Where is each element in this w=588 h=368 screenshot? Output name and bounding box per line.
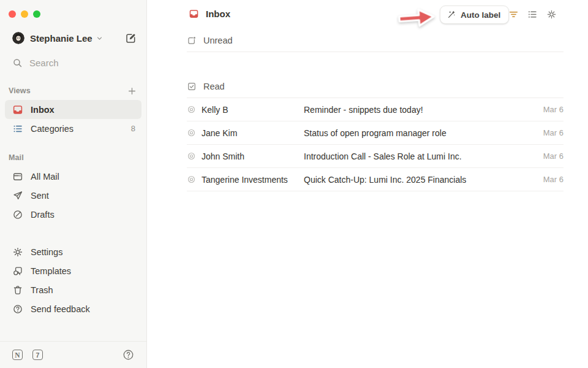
email-subject: Introduction Call - Sales Role at Lumi I…	[304, 151, 536, 161]
templates-icon	[12, 266, 23, 277]
email-date: Mar 6	[543, 175, 564, 184]
filter-button[interactable]	[508, 9, 519, 20]
list-view-icon	[527, 9, 538, 20]
email-date: Mar 6	[543, 151, 564, 161]
traffic-light-minimize[interactable]	[21, 10, 28, 18]
app-window: Stephanie Lee Search Views	[0, 0, 588, 368]
sidebar-item-settings[interactable]: Settings	[5, 242, 141, 261]
email-subject: Quick Catch-Up: Lumi Inc. 2025 Financial…	[304, 175, 536, 185]
list-view-button[interactable]	[527, 9, 538, 20]
group-label: Read	[203, 82, 225, 91]
window-controls	[0, 0, 146, 18]
group-spacer	[187, 52, 564, 75]
compose-icon	[125, 33, 137, 44]
email-sender: Jane Kim	[202, 128, 304, 138]
email-row[interactable]: John Smith Introduction Call - Sales Rol…	[187, 145, 564, 168]
search-icon	[12, 58, 23, 68]
email-subject: Status of open program manager role	[304, 128, 536, 138]
notion-logo-icon: N	[12, 350, 23, 360]
sidebar-item-inbox[interactable]: Inbox	[5, 100, 141, 119]
sidebar-item-label: Categories	[31, 124, 74, 134]
email-row[interactable]: Jane Kim Status of open program manager …	[187, 121, 564, 145]
email-date: Mar 6	[543, 105, 564, 114]
gear-icon	[546, 9, 557, 20]
read-checkbox-icon	[187, 82, 197, 91]
calendar-icon: 7	[32, 350, 43, 360]
sidebar-dock: N 7	[0, 341, 146, 368]
email-sender: John Smith	[202, 151, 304, 161]
help-circle-icon	[123, 349, 134, 361]
email-list: Unread Read Kelly B Reminder - snippets …	[187, 29, 564, 191]
sidebar-item-trash[interactable]: Trash	[5, 280, 141, 299]
sidebar-item-all-mail[interactable]: All Mail	[5, 167, 141, 186]
sidebar-item-categories[interactable]: Categories 8	[5, 119, 141, 138]
group-row-unread[interactable]: Unread	[187, 29, 564, 52]
annotation-arrow-right-icon	[396, 5, 439, 31]
sidebar-item-send-feedback[interactable]: Send feedback	[5, 299, 141, 318]
dock-notion-button[interactable]: N	[12, 350, 23, 360]
traffic-light-close[interactable]	[9, 10, 16, 18]
sidebar-item-templates[interactable]: Templates	[5, 261, 141, 280]
email-subject: Reminder - snippets due today!	[304, 105, 536, 115]
trash-icon	[12, 285, 23, 296]
inbox-icon	[189, 9, 199, 19]
read-status-icon	[187, 105, 196, 114]
inbox-icon	[12, 104, 23, 115]
user-avatar[interactable]	[12, 32, 24, 44]
read-status-icon	[187, 128, 196, 137]
auto-label-button[interactable]: Auto label	[440, 6, 509, 24]
plus-icon	[127, 86, 137, 96]
add-view-button[interactable]	[127, 86, 137, 96]
email-row[interactable]: Tangerine Investments Quick Catch-Up: Lu…	[187, 168, 564, 191]
filter-icon	[508, 9, 519, 20]
send-icon	[12, 190, 23, 201]
email-row[interactable]: Kelly B Reminder - snippets due today! M…	[187, 98, 564, 121]
all-mail-icon	[12, 171, 23, 182]
sidebar-item-sent[interactable]: Sent	[5, 186, 141, 205]
view-settings-button[interactable]	[546, 9, 557, 20]
email-date: Mar 6	[543, 128, 564, 137]
group-label: Unread	[203, 36, 233, 45]
mail-list-pane: Inbox Auto label	[147, 0, 588, 368]
sidebar-item-label: Send feedback	[31, 304, 90, 314]
search-label: Search	[29, 58, 59, 68]
views-section-label: Views	[9, 86, 31, 95]
sidebar-item-label: Templates	[31, 266, 71, 276]
dock-calendar-button[interactable]: 7	[32, 350, 43, 360]
dock-help-button[interactable]	[123, 349, 134, 361]
drafts-icon	[12, 209, 23, 220]
search[interactable]: Search	[12, 55, 134, 70]
mail-section-label: Mail	[9, 153, 24, 162]
sidebar-item-label: Drafts	[31, 210, 55, 220]
unread-icon	[187, 36, 197, 45]
traffic-light-zoom[interactable]	[33, 10, 40, 18]
email-sender: Tangerine Investments	[202, 175, 304, 185]
categories-list-icon	[12, 123, 23, 134]
sidebar-item-label: Trash	[31, 285, 53, 295]
sidebar-item-label: Sent	[31, 191, 49, 201]
group-row-read[interactable]: Read	[187, 75, 564, 98]
sidebar: Stephanie Lee Search Views	[0, 0, 147, 368]
read-status-icon	[187, 175, 196, 184]
sidebar-item-drafts[interactable]: Drafts	[5, 205, 141, 224]
compose-button[interactable]	[125, 33, 137, 44]
chevron-down-icon[interactable]	[96, 34, 104, 42]
categories-count: 8	[131, 124, 135, 133]
read-status-icon	[187, 151, 196, 161]
user-name[interactable]: Stephanie Lee	[30, 33, 92, 44]
sidebar-item-label: Settings	[31, 247, 62, 257]
sidebar-item-label: All Mail	[31, 172, 59, 182]
auto-label-label: Auto label	[461, 10, 500, 20]
help-icon	[12, 304, 23, 315]
email-sender: Kelly B	[202, 105, 304, 115]
sidebar-item-label: Inbox	[31, 105, 55, 115]
gear-icon	[12, 247, 23, 258]
page-title: Inbox	[206, 9, 230, 19]
auto-label-wand-icon	[447, 10, 456, 20]
